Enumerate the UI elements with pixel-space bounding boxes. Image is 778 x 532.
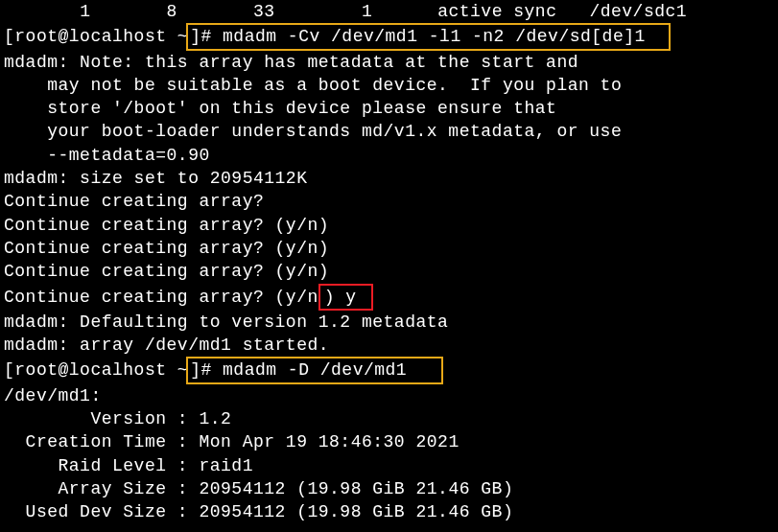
detail-useddev: Used Dev Size : 20954112 (19.98 GiB 21.4…	[4, 500, 774, 523]
terminal-output: 1 8 33 1 active sync /dev/sdc1 [root@loc…	[0, 0, 778, 524]
output-started: mdadm: array /dev/md1 started.	[4, 334, 774, 357]
useddev-label: Used Dev Size :	[4, 502, 199, 521]
command-2[interactable]: ]# mdadm -D /dev/md1	[190, 360, 407, 380]
arraysize-label: Array Size :	[4, 479, 199, 498]
command-2-highlight: ]# mdadm -D /dev/md1	[186, 357, 443, 383]
output-note-4: your boot-loader understands md/v1.x met…	[4, 120, 774, 143]
answer-highlight: ) y	[318, 284, 373, 311]
table-header-row: 1 8 33 1 active sync /dev/sdc1	[4, 0, 774, 23]
continue-prompt-2: Continue creating array? (y/n)	[4, 214, 774, 237]
output-note-5: --metadata=0.90	[4, 144, 774, 167]
creation-value: Mon Apr 19 18:46:30 2021	[199, 432, 459, 451]
version-label: Version :	[4, 409, 199, 428]
header-cells: 1 8 33 1 active sync /dev/sdc1	[4, 2, 687, 21]
detail-raid: Raid Level : raid1	[4, 454, 774, 477]
output-note-1: mdadm: Note: this array has metadata at …	[4, 51, 774, 74]
output-note-2: may not be suitable as a boot device. If…	[4, 74, 774, 97]
command-1-highlight: ]# mdadm -Cv /dev/md1 -l1 -n2 /dev/sd[de…	[186, 23, 671, 50]
arraysize-value: 20954112 (19.98 GiB 21.46 GB)	[199, 479, 513, 498]
detail-creation: Creation Time : Mon Apr 19 18:46:30 2021	[4, 430, 774, 453]
raid-label: Raid Level :	[4, 456, 199, 475]
prompt-prefix: [root@localhost ~	[4, 27, 188, 46]
continue-prompt-1: Continue creating array?	[4, 190, 774, 213]
prompt-line-2: [root@localhost ~]# mdadm -D /dev/md1	[4, 357, 774, 383]
continue-prompt-4: Continue creating array? (y/n)	[4, 260, 774, 283]
command-1[interactable]: ]# mdadm -Cv /dev/md1 -l1 -n2 /dev/sd[de…	[190, 27, 646, 46]
version-value: 1.2	[199, 409, 231, 428]
creation-label: Creation Time :	[4, 432, 199, 451]
output-size: mdadm: size set to 20954112K	[4, 167, 774, 190]
continue-prompt-5: Continue creating array? (y/n) y	[4, 284, 774, 311]
continue-prefix: Continue creating array? (y/n	[4, 288, 318, 307]
output-note-3: store '/boot' on this device please ensu…	[4, 97, 774, 120]
detail-version: Version : 1.2	[4, 407, 774, 430]
useddev-value: 20954112 (19.98 GiB 21.46 GB)	[199, 502, 513, 521]
continue-prompt-3: Continue creating array? (y/n)	[4, 237, 774, 260]
prompt-prefix-2: [root@localhost ~	[4, 360, 188, 380]
detail-arraysize: Array Size : 20954112 (19.98 GiB 21.46 G…	[4, 477, 774, 500]
raid-value: raid1	[199, 456, 253, 475]
answer-y[interactable]: ) y	[324, 288, 367, 307]
output-default: mdadm: Defaulting to version 1.2 metadat…	[4, 311, 774, 334]
prompt-line-1: [root@localhost ~]# mdadm -Cv /dev/md1 -…	[4, 23, 774, 50]
detail-header: /dev/md1:	[4, 384, 774, 407]
